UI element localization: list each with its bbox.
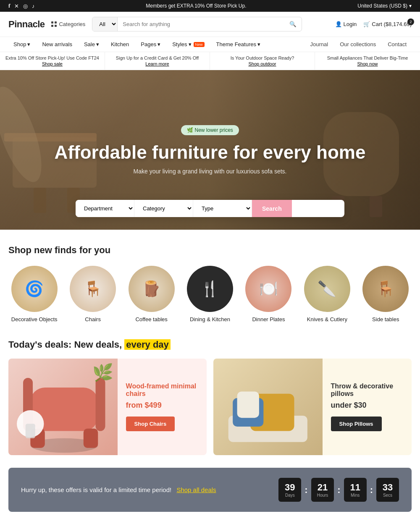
svg-rect-15: [26, 424, 35, 438]
svg-rect-19: [237, 391, 259, 418]
main-nav: Shop ▾ New arrivals Sale ▾ Kitchen Pages…: [0, 37, 420, 52]
pillows-illustration: [213, 359, 323, 455]
promo-2-link[interactable]: Learn more: [145, 61, 169, 66]
deal-chairs-title: Wood-framed minimal chairs: [126, 383, 198, 398]
hero-category-select[interactable]: Category: [134, 200, 193, 217]
category-side-label: Side tables: [372, 316, 399, 322]
chevron-down-icon: ▾: [189, 41, 192, 47]
instagram-icon[interactable]: ◎: [23, 3, 28, 9]
nav-kitchen[interactable]: Kitchen: [106, 37, 134, 52]
promo-3-link[interactable]: Shop outdoor: [248, 61, 276, 66]
facebook-icon[interactable]: 𝐟: [8, 3, 10, 9]
promo-3: Is Your Outdoor Space Ready? Shop outdoo…: [210, 52, 315, 70]
deal-chairs-image: 🌿: [8, 359, 118, 455]
nav-journal[interactable]: Journal: [305, 37, 333, 52]
category-side-tables[interactable]: 🪑 Side tables: [360, 266, 412, 322]
category-decorative-image: 🌀: [11, 266, 58, 312]
category-dining-kitchen[interactable]: 🍴 Dining & Kitchen: [184, 266, 236, 322]
top-bar: 𝐟 ✕ ◎ ♪ Members get EXTRA 10% Off Store …: [0, 0, 420, 12]
nav-shop[interactable]: Shop ▾: [8, 37, 35, 52]
shop-pillows-button[interactable]: Shop Pillows: [331, 417, 382, 431]
shop-new-finds-section: Shop new finds for you 🌀 Decorative Obje…: [0, 230, 420, 331]
deal-pillows-price: under $30: [331, 401, 403, 410]
chevron-down-icon: ▾: [158, 41, 160, 47]
deal-chairs-price: from $499: [126, 401, 198, 410]
hero-badge: 🌿 New lower prices: [181, 125, 239, 135]
logo[interactable]: Pinnacle: [8, 19, 45, 30]
category-dinner-plates[interactable]: 🍽️ Dinner Plates: [243, 266, 294, 322]
category-chairs-image: 🪑: [70, 266, 116, 312]
x-icon[interactable]: ✕: [14, 3, 19, 9]
decorative-icon: 🌀: [11, 266, 58, 312]
region-selector[interactable]: United States (USD $) ▾: [357, 3, 412, 9]
hero-subtitle: Make your living a grand living with our…: [55, 168, 366, 175]
category-decorative-label: Decorative Objects: [11, 316, 58, 322]
category-plates-label: Dinner Plates: [252, 316, 285, 322]
category-plates-image: 🍽️: [245, 266, 291, 312]
promo-1-link[interactable]: Shop sale: [42, 61, 63, 66]
promo-row: Extra 10% Off Store Pick-Up! Use Code FT…: [0, 52, 420, 70]
dining-icon: 🍴: [187, 266, 233, 312]
category-decorative-objects[interactable]: 🌀 Decorative Objects: [8, 266, 60, 322]
countdown-timer: 39 Days : 21 Hours : 11 Mins : 33 Secs: [278, 478, 399, 502]
timer-sep-1: :: [304, 485, 307, 495]
hero-section: 🌿 New lower prices Affordable furniture …: [0, 70, 420, 230]
category-coffee-label: Coffee tables: [135, 316, 167, 322]
category-chairs[interactable]: 🪑 Chairs: [67, 266, 118, 322]
cart-badge: 2: [407, 18, 414, 25]
nav-new-arrivals[interactable]: New arrivals: [37, 37, 77, 52]
deal-pillows-image: [213, 359, 323, 455]
chevron-down-icon: ▾: [409, 3, 412, 9]
todays-deals-section: Today's deals: New deals, every day: [0, 331, 420, 468]
search-type-select[interactable]: All: [92, 17, 118, 31]
nav-collections[interactable]: Our collections: [335, 37, 381, 52]
chairs-icon: 🪑: [70, 266, 116, 312]
new-badge: New: [194, 42, 205, 47]
timer-secs: 33 Secs: [376, 478, 399, 502]
nav-theme-features[interactable]: Theme Features ▾: [211, 37, 265, 52]
timer-sep-3: :: [370, 485, 373, 495]
promo-1: Extra 10% Off Store Pick-Up! Use Code FT…: [0, 52, 105, 70]
nav-right: Journal Our collections Contact: [305, 37, 412, 52]
nav-pages[interactable]: Pages ▾: [136, 37, 165, 52]
hero-type-select[interactable]: Type: [193, 200, 252, 217]
categories-button[interactable]: Categories: [51, 21, 85, 27]
countdown-text: Hurry up, these offers is valid for a li…: [21, 486, 216, 493]
plates-icon: 🍽️: [245, 266, 291, 312]
grid-icon: [51, 21, 57, 27]
nav-sale[interactable]: Sale ▾: [79, 37, 104, 52]
top-announcement: Members get EXTRA 10% Off Store Pick Up.: [35, 3, 358, 9]
deals-grid: 🌿 Wood-framed minimal chairs from $499 S…: [8, 359, 412, 455]
hero-search-bar: Department Category Type Search: [76, 200, 344, 217]
timer-mins: 11 Mins: [344, 478, 367, 502]
promo-4-link[interactable]: Shop now: [357, 61, 378, 66]
category-coffee-image: 🪵: [129, 266, 175, 312]
login-button[interactable]: 👤 Login: [335, 21, 357, 27]
cart-button[interactable]: 🛒 2 Cart ($8,174.69): [363, 21, 412, 27]
nav-styles[interactable]: Styles ▾ New: [167, 37, 209, 52]
deal-pillows-card: Throw & decorative pillows under $30 Sho…: [213, 359, 412, 455]
social-links[interactable]: 𝐟 ✕ ◎ ♪: [8, 3, 35, 9]
hero-department-select[interactable]: Department: [76, 200, 134, 217]
timer-days: 39 Days: [278, 478, 301, 502]
nav-contact[interactable]: Contact: [383, 37, 412, 52]
category-knives[interactable]: 🔪 Knives & Cutlery: [301, 266, 353, 322]
hero-search-button[interactable]: Search: [252, 200, 292, 217]
svg-rect-1: [34, 188, 46, 213]
svg-rect-13: [96, 378, 105, 431]
hero-content: 🌿 New lower prices Affordable furniture …: [55, 125, 366, 175]
user-icon: 👤: [335, 21, 342, 27]
search-button[interactable]: 🔍: [284, 18, 302, 31]
shop-chairs-button[interactable]: Shop Chairs: [126, 417, 175, 431]
search-bar: All 🔍: [92, 17, 302, 31]
search-input[interactable]: [118, 18, 284, 31]
promo-4: Small Appliances That Deliver Big-Time S…: [315, 52, 420, 70]
shop-new-finds-title: Shop new finds for you: [8, 245, 412, 256]
nav-left: Shop ▾ New arrivals Sale ▾ Kitchen Pages…: [8, 37, 265, 52]
category-dining-label: Dining & Kitchen: [190, 316, 230, 322]
countdown-section: Hurry up, these offers is valid for a li…: [8, 468, 412, 512]
deal-pillows-content: Throw & decorative pillows under $30 Sho…: [323, 359, 412, 455]
category-coffee-tables[interactable]: 🪵 Coffee tables: [126, 266, 177, 322]
shop-all-deals-link[interactable]: Shop all deals: [176, 486, 216, 493]
deal-chairs-card: 🌿 Wood-framed minimal chairs from $499 S…: [8, 359, 207, 455]
